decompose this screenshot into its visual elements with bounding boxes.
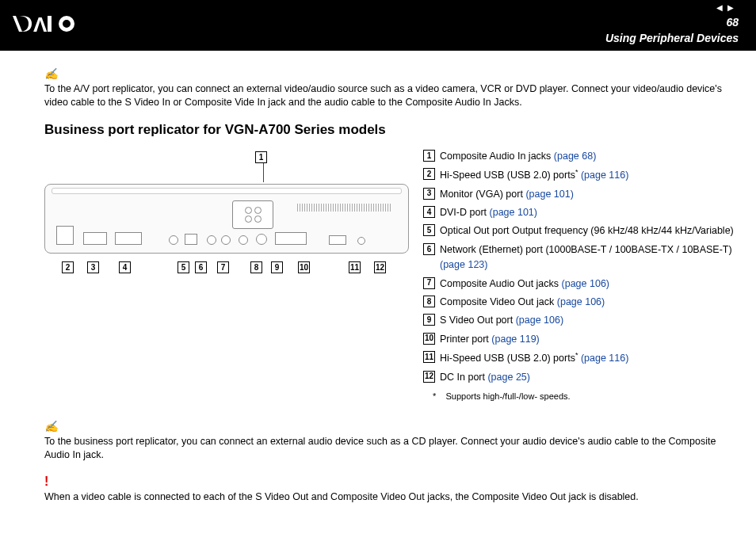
callout-num-12: 12 — [374, 261, 386, 273]
page-link[interactable]: (page 101) — [525, 189, 573, 200]
legend-row: 4DVI-D port (page 101) — [423, 205, 739, 220]
legend-num: 8 — [423, 296, 435, 307]
legend-text: Printer port (page 119) — [440, 332, 739, 347]
legend-row: 3Monitor (VGA) port (page 101) — [423, 187, 739, 202]
port-svideo — [256, 234, 267, 245]
warning-text: When a video cable is connected to each … — [44, 490, 739, 504]
legend-row: 12DC In port (page 25) — [423, 370, 739, 385]
legend-row: 2Hi-Speed USB (USB 2.0) ports* (page 116… — [423, 167, 739, 184]
legend-text: Optical Out port Output frequency (96 kH… — [440, 223, 739, 238]
legend-text: Hi-Speed USB (USB 2.0) ports* (page 116) — [440, 167, 739, 184]
page-link[interactable]: (page 106) — [562, 278, 609, 289]
page-link[interactable]: (page 101) — [490, 207, 537, 218]
legend-text: Composite Audio In jacks (page 68) — [440, 149, 739, 164]
port-ethernet — [185, 234, 197, 245]
svg-rect-0 — [48, 16, 52, 32]
callout-num-3: 3 — [87, 261, 99, 273]
port-usb-right — [329, 235, 346, 245]
nav-prev-icon[interactable]: ◀ — [716, 3, 727, 12]
note-1: ✍ To the A/V port replicator, you can co… — [44, 67, 739, 109]
callouts-bottom: 2 3 4 5 6 7 8 9 10 11 12 — [44, 261, 409, 285]
port-audio-out — [207, 235, 216, 245]
warning-icon: ! — [44, 475, 48, 488]
port-dvi — [115, 232, 142, 245]
page-content: ✍ To the A/V port replicator, you can co… — [0, 51, 756, 524]
legend-row: 10Printer port (page 119) — [423, 332, 739, 347]
port-usb-left — [56, 226, 74, 245]
port-vga — [83, 232, 107, 245]
legend-row: 7Composite Audio Out jacks (page 106) — [423, 277, 739, 292]
page-header: Λ ◀▶ 68 Using Peripheral Devices — [0, 0, 756, 51]
port-row — [52, 213, 402, 245]
legend-row: 8Composite Video Out jack (page 106) — [423, 295, 739, 310]
nav-arrows: ◀▶ — [716, 3, 739, 12]
page-link[interactable]: (page 116) — [578, 170, 628, 181]
device-illustration — [44, 184, 409, 254]
vaio-logo: Λ — [11, 13, 98, 35]
page-link[interactable]: (page 68) — [554, 151, 597, 162]
callout-num-8: 8 — [250, 261, 262, 273]
legend-text: DVI-D port (page 101) — [440, 205, 739, 220]
legend-num: 2 — [423, 168, 435, 180]
warning: ! When a video cable is connected to eac… — [44, 475, 739, 504]
port-printer — [275, 232, 307, 245]
callout-1: 1 — [255, 149, 272, 182]
note-icon: ✍ — [44, 420, 58, 433]
legend-text: Composite Video Out jack (page 106) — [440, 295, 739, 310]
callout-num-11: 11 — [349, 261, 361, 273]
legend-num: 10 — [423, 333, 435, 345]
callout-num-2: 2 — [62, 261, 74, 273]
note-1-text: To the A/V port replicator, you can conn… — [44, 82, 739, 109]
svg-text:Λ: Λ — [33, 13, 48, 35]
callout-num-9: 9 — [271, 261, 283, 273]
legend-num: 4 — [423, 206, 435, 218]
chapter-title: Using Peripheral Devices — [605, 32, 739, 44]
callout-num-4: 4 — [119, 261, 131, 273]
page-link[interactable]: (page 119) — [491, 334, 539, 345]
callout-num-6: 6 — [195, 261, 207, 273]
page-link[interactable]: (page 123) — [440, 259, 487, 270]
page-link[interactable]: (page 116) — [578, 353, 628, 364]
page-number: 68 — [726, 16, 739, 29]
note-2: ✍ To the business port replicator, you c… — [44, 419, 739, 462]
diagram: 1 — [44, 149, 409, 403]
page-link[interactable]: (page 25) — [487, 372, 530, 383]
port-cvideo — [239, 235, 248, 245]
port-audio-out-2 — [221, 235, 231, 245]
legend-num: 3 — [423, 188, 435, 200]
note-2-text: To the business port replicator, you can… — [44, 435, 739, 462]
section-heading: Business port replicator for VGN-A700 Se… — [44, 122, 739, 138]
callout-num-5: 5 — [178, 261, 189, 273]
callout-num-10: 10 — [298, 261, 310, 273]
legend-row: 9S Video Out port (page 106) — [423, 313, 739, 328]
footnote: * Supports high-/full-/low- speeds. — [433, 390, 739, 403]
legend-list: 1Composite Audio In jacks (page 68)2Hi-S… — [423, 149, 739, 403]
callout-num-7: 7 — [217, 261, 229, 273]
legend-text: S Video Out port (page 106) — [440, 313, 739, 328]
port-dc — [357, 237, 365, 245]
legend-num: 12 — [423, 371, 435, 383]
legend-row: 5Optical Out port Output frequency (96 k… — [423, 223, 739, 238]
legend-num: 9 — [423, 314, 435, 326]
page-link[interactable]: (page 106) — [516, 315, 563, 326]
legend-text: Hi-Speed USB (USB 2.0) ports* (page 116) — [440, 350, 739, 367]
legend-text: Monitor (VGA) port (page 101) — [440, 187, 739, 202]
legend-text: Network (Ethernet) port (1000BASE-T / 10… — [440, 242, 739, 273]
legend-num: 7 — [423, 277, 435, 289]
footnote-text: Supports high-/full-/low- speeds. — [446, 391, 571, 401]
legend-num: 6 — [423, 243, 435, 255]
callout-num-1: 1 — [255, 151, 267, 163]
legend-num: 5 — [423, 224, 435, 236]
legend-num: 11 — [423, 351, 435, 363]
legend-num: 1 — [423, 150, 435, 162]
legend-text: DC In port (page 25) — [440, 370, 739, 385]
port-optical — [169, 235, 178, 245]
legend-text: Composite Audio Out jacks (page 106) — [440, 277, 739, 292]
note-icon: ✍ — [44, 67, 58, 80]
footnote-mark: * — [433, 391, 436, 401]
vent-grille — [297, 204, 392, 212]
legend-row: 11Hi-Speed USB (USB 2.0) ports* (page 11… — [423, 350, 739, 367]
legend-row: 1Composite Audio In jacks (page 68) — [423, 149, 739, 164]
page-link[interactable]: (page 106) — [557, 296, 605, 307]
nav-next-icon[interactable]: ▶ — [727, 3, 739, 12]
